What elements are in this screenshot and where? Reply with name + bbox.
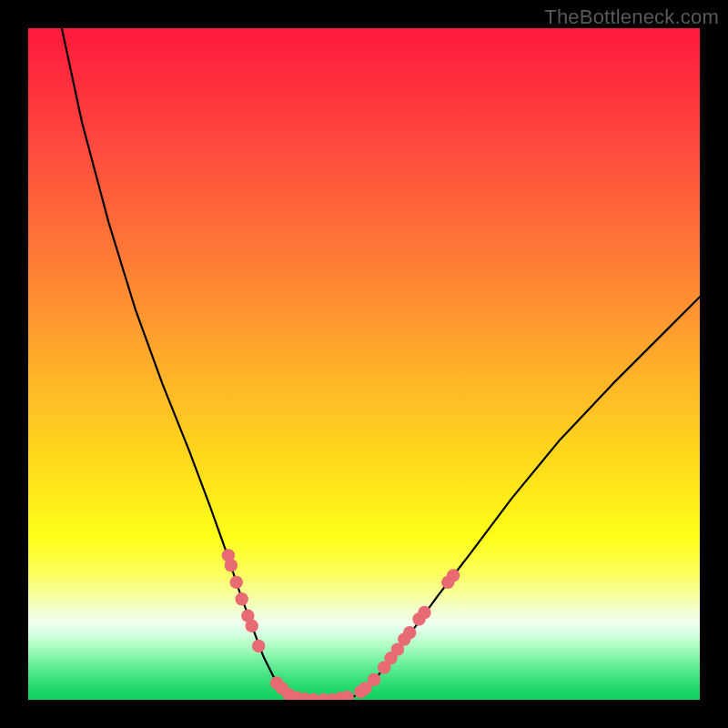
data-marker [340, 691, 353, 700]
data-marker [246, 620, 258, 632]
watermark-text: TheBottleneck.com [544, 5, 719, 29]
data-marker [235, 592, 248, 605]
data-marker [447, 569, 460, 581]
data-marker [418, 606, 430, 619]
marker-group [222, 549, 460, 700]
bottleneck-curve [62, 28, 700, 700]
chart-svg [28, 28, 700, 700]
data-marker [368, 673, 380, 686]
data-marker [225, 559, 238, 571]
data-marker [230, 576, 243, 589]
plot-area [28, 28, 700, 700]
curve-group [62, 28, 700, 700]
data-marker [252, 640, 265, 652]
data-marker [403, 626, 416, 639]
outer-frame: TheBottleneck.com [0, 0, 728, 728]
